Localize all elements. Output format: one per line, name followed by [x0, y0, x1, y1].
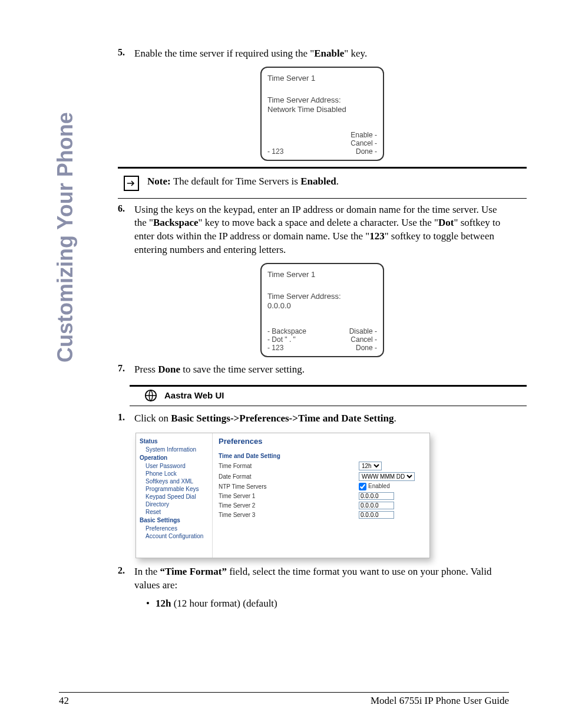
screen1-title: Time Server 1: [267, 74, 377, 83]
step-6-text: Using the keys on the keypad, enter an I…: [134, 203, 511, 258]
sidebar-progkeys[interactable]: Programmable Keys: [146, 485, 209, 493]
sidebar-status[interactable]: Status: [140, 438, 209, 444]
step-2b-text: In the “Time Format” field, select the t…: [134, 565, 511, 611]
screen2-left3: - 123: [267, 344, 306, 353]
step-6-num: 6.: [118, 203, 132, 214]
webui-main-title: Preferences: [219, 437, 424, 446]
bullet-12h: 12h (12 hour format) (default): [146, 597, 511, 611]
row-dateformat: Date Format WWW MMM DD: [219, 472, 424, 481]
lbl-ts3: Time Server 3: [219, 512, 255, 518]
step-7-num: 7.: [118, 363, 132, 374]
globe-icon: [144, 389, 157, 402]
row-ntp: NTP Time Servers Enabled: [219, 483, 424, 490]
webui-sidebar: Status System Information Operation User…: [136, 433, 213, 558]
screen1-right3: Done -: [351, 148, 377, 156]
step-7-text: Press Done to save the time server setti…: [134, 363, 511, 377]
sidebar-operation[interactable]: Operation: [140, 454, 209, 461]
webui-subsection: Time and Date Setting: [219, 453, 424, 459]
sidebar-phonelock[interactable]: Phone Lock: [146, 470, 209, 477]
ntp-enabled-label: Enabled: [368, 483, 390, 489]
input-ts3[interactable]: [359, 511, 394, 519]
screen1-line1: Time Server Address:: [267, 95, 377, 105]
screen2-line1: Time Server Address:: [267, 292, 377, 301]
lbl-ntp: NTP Time Servers: [219, 483, 267, 490]
step-2b: 2. In the “Time Format” field, select th…: [118, 565, 527, 611]
row-ts1: Time Server 1: [219, 492, 424, 500]
side-heading: Customizing Your Phone: [53, 112, 78, 363]
step-2b-num: 2.: [118, 565, 132, 576]
sidebar-softkeys[interactable]: Softkeys and XML: [146, 477, 209, 485]
sidebar-account[interactable]: Account Configuration: [146, 532, 209, 540]
sidebar-directory[interactable]: Directory: [146, 500, 209, 508]
note-text: Note: The default for Time Servers is En…: [147, 176, 339, 187]
screen1-right2: Cancel -: [351, 140, 377, 148]
lbl-timeformat: Time Format: [219, 463, 252, 469]
screen2-title: Time Server 1: [267, 270, 377, 279]
step-1b-text: Click on Basic Settings->Preferences->Ti…: [134, 412, 511, 426]
screen2-right2: Cancel -: [349, 336, 377, 344]
sidebar-basic[interactable]: Basic Settings: [140, 517, 209, 523]
row-timeformat: Time Format 12h: [219, 462, 424, 470]
checkbox-ntp[interactable]: [359, 483, 366, 490]
footer: 42 Model 6755i IP Phone User Guide: [59, 692, 509, 707]
select-dateformat[interactable]: WWW MMM DD: [359, 472, 415, 481]
sidebar-reset[interactable]: Reset: [146, 508, 209, 516]
lbl-ts1: Time Server 1: [219, 493, 255, 499]
input-ts1[interactable]: [359, 492, 394, 500]
screen2-left2: - Dot " . ": [267, 336, 306, 344]
sidebar-preferences[interactable]: Preferences: [146, 525, 209, 532]
note-block: Note: The default for Time Servers is En…: [118, 167, 527, 199]
webui-main: Preferences Time and Date Setting Time F…: [213, 433, 429, 558]
phone-screen-1: Time Server 1 Time Server Address: Netwo…: [260, 67, 384, 161]
arrow-right-icon: [124, 176, 139, 191]
sidebar-sysinfo[interactable]: System Information: [146, 446, 209, 453]
webui-screenshot: Status System Information Operation User…: [135, 433, 430, 558]
footer-title: Model 6755i IP Phone User Guide: [371, 695, 509, 707]
select-timeformat[interactable]: 12h: [359, 462, 382, 470]
step-5-text: Enable the time server if required using…: [134, 47, 511, 61]
step-1b-num: 1.: [118, 412, 132, 423]
input-ts2[interactable]: [359, 502, 394, 509]
sidebar-speeddial[interactable]: Keypad Speed Dial: [146, 493, 209, 500]
row-ts2: Time Server 2: [219, 502, 424, 509]
page-number: 42: [59, 695, 69, 707]
step-5-num: 5.: [118, 47, 132, 58]
step-1b: 1. Click on Basic Settings->Preferences-…: [118, 412, 527, 426]
sidebar-userpassword[interactable]: User Password: [146, 462, 209, 470]
step-6: 6. Using the keys on the keypad, enter a…: [118, 203, 527, 258]
lbl-ts2: Time Server 2: [219, 502, 255, 509]
screen2-right3: Done -: [349, 344, 377, 353]
section-bar-title: Aastra Web UI: [164, 390, 224, 400]
screen1-left1: - 123: [267, 148, 283, 156]
screen2-left1: - Backspace: [267, 328, 306, 336]
phone-screen-2: Time Server 1 Time Server Address: 0.0.0…: [260, 263, 384, 357]
step-5: 5. Enable the time server if required us…: [118, 47, 527, 61]
lbl-dateformat: Date Format: [219, 473, 252, 480]
screen2-line2: 0.0.0.0: [267, 301, 377, 311]
step-7: 7. Press Done to save the time server se…: [118, 363, 527, 377]
screen2-right1: Disable -: [349, 328, 377, 336]
section-bar: Aastra Web UI: [130, 385, 527, 406]
row-ts3: Time Server 3: [219, 511, 424, 519]
screen1-line2: Network Time Disabled: [267, 105, 377, 114]
screen1-right1: Enable -: [351, 131, 377, 140]
